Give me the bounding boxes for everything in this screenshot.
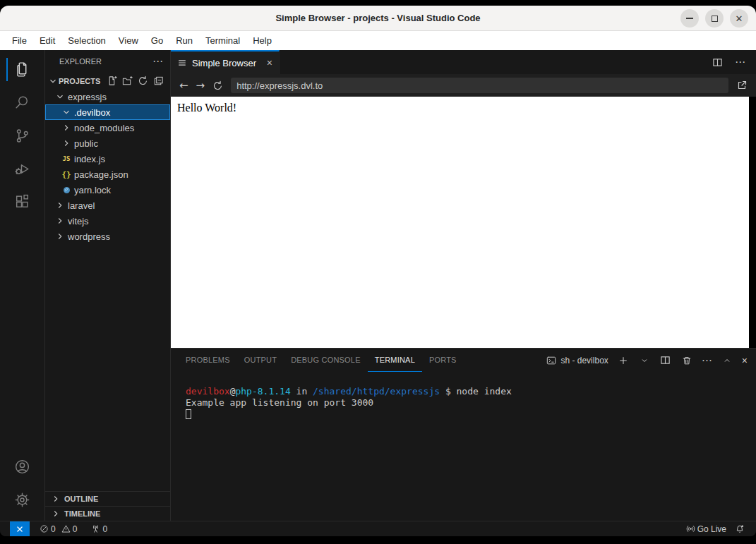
remote-icon (15, 524, 25, 534)
new-folder-icon[interactable] (121, 75, 133, 87)
bottom-panel: PROBLEMS OUTPUT DEBUG CONSOLE TERMINAL P… (171, 348, 756, 521)
maximize-panel-icon[interactable] (721, 354, 733, 367)
tree-item-devilbox[interactable]: .devilbox (45, 104, 170, 120)
source-control-icon (13, 127, 31, 145)
maximize-button[interactable] (705, 9, 724, 28)
json-file-icon: {} (61, 170, 72, 179)
kill-terminal-icon[interactable] (680, 354, 693, 367)
menu-selection[interactable]: Selection (61, 33, 112, 48)
tree-item-laravel[interactable]: laravel (45, 198, 170, 213)
back-arrow-icon[interactable]: ← (179, 79, 188, 92)
new-file-icon[interactable] (105, 75, 118, 87)
editor-area: Simple Browser × ⋯ ← → (171, 50, 756, 521)
menu-bar: File Edit Selection View Go Run Terminal… (0, 31, 756, 50)
close-button[interactable]: ✕ (730, 9, 748, 28)
tree-item-package-json[interactable]: {} package.json (45, 167, 170, 182)
menu-view[interactable]: View (112, 33, 145, 48)
panel-tab-problems[interactable]: PROBLEMS (179, 349, 237, 372)
projects-section-header[interactable]: PROJECTS (45, 73, 170, 89)
yarn-file-icon (61, 186, 72, 195)
go-live-button[interactable]: Go Live (682, 521, 731, 537)
timeline-section[interactable]: TIMELINE (45, 506, 170, 521)
bell-dot-icon (735, 524, 745, 534)
projects-section-label: PROJECTS (59, 77, 100, 85)
scrollbar-track[interactable] (749, 97, 756, 348)
menu-run[interactable]: Run (169, 33, 199, 48)
tree-item-vitejs[interactable]: vitejs (45, 213, 170, 229)
notifications-button[interactable] (731, 521, 749, 537)
ports-status[interactable]: 0 (87, 521, 112, 537)
window-controls: ✕ (680, 9, 748, 28)
tab-simple-browser[interactable]: Simple Browser × (171, 50, 280, 74)
extensions-icon (13, 193, 31, 211)
tree-item-node-modules[interactable]: node_modules (45, 120, 170, 135)
chevron-down-icon (47, 76, 59, 86)
tree-item-label: vitejs (68, 216, 89, 226)
chevron-right-icon (50, 509, 61, 519)
panel-tab-debug-console[interactable]: DEBUG CONSOLE (284, 349, 368, 372)
chevron-right-icon (54, 200, 66, 210)
tree-item-label: laravel (68, 200, 95, 211)
forward-arrow-icon[interactable]: → (196, 79, 205, 92)
tree-item-public[interactable]: public (45, 135, 170, 151)
editor-more-actions-icon[interactable]: ⋯ (735, 56, 745, 68)
terminal-dropdown-icon[interactable] (638, 354, 651, 367)
refresh-icon[interactable] (136, 75, 149, 87)
panel-tab-output[interactable]: OUTPUT (237, 349, 284, 372)
panel-tab-terminal[interactable]: TERMINAL (368, 349, 422, 372)
chevron-down-icon (54, 92, 66, 102)
split-terminal-icon[interactable] (659, 354, 672, 367)
activity-bar (0, 50, 45, 521)
chevron-right-icon (50, 494, 61, 504)
problems-status[interactable]: 0 0 (35, 521, 81, 537)
panel-more-actions-icon[interactable]: ⋯ (702, 354, 712, 367)
radio-tower-icon (91, 524, 100, 533)
remote-indicator[interactable] (10, 521, 30, 537)
open-external-icon[interactable] (736, 80, 748, 91)
tree-item-wordpress[interactable]: wordpress (45, 229, 170, 244)
reload-icon[interactable] (212, 80, 223, 91)
warning-count: 0 (73, 524, 78, 534)
close-panel-icon[interactable]: × (742, 355, 748, 366)
split-editor-icon[interactable] (711, 56, 724, 68)
tree-item-yarn-lock[interactable]: yarn.lock (45, 182, 170, 198)
error-count: 0 (51, 524, 56, 534)
tree-item-label: expressjs (68, 92, 107, 102)
outline-section[interactable]: OUTLINE (45, 491, 170, 506)
menu-file[interactable]: File (6, 33, 33, 48)
chevron-right-icon (61, 123, 72, 133)
url-input[interactable] (231, 78, 728, 93)
js-file-icon: JS (61, 155, 72, 162)
activity-run-debug[interactable] (0, 152, 44, 186)
tree-item-index-js[interactable]: JS index.js (45, 151, 170, 167)
terminal-cursor (186, 409, 191, 419)
new-terminal-icon[interactable] (617, 354, 630, 367)
tab-close-icon[interactable]: × (267, 57, 272, 68)
timeline-label: TIMELINE (64, 509, 100, 518)
menu-go[interactable]: Go (145, 33, 169, 48)
terminal-profile[interactable]: sh - devilbox (546, 356, 608, 365)
minimize-icon (686, 18, 693, 19)
activity-accounts[interactable] (0, 450, 44, 483)
title-bar[interactable]: Simple Browser - projects - Visual Studi… (0, 6, 756, 31)
vscode-window: Simple Browser - projects - Visual Studi… (0, 6, 756, 536)
panel-tab-ports[interactable]: PORTS (422, 349, 464, 372)
tree-item-label: .devilbox (74, 107, 110, 118)
activity-source-control[interactable] (0, 119, 44, 152)
explorer-more-actions-icon[interactable]: ⋯ (152, 55, 163, 68)
chevron-right-icon (54, 231, 66, 241)
menu-edit[interactable]: Edit (33, 33, 61, 48)
chevron-right-icon (54, 216, 66, 226)
terminal-output[interactable]: devilbox@php-8.1.14 in /shared/httpd/exp… (171, 372, 756, 521)
minimize-button[interactable] (680, 9, 699, 28)
activity-explorer[interactable] (0, 53, 44, 86)
menu-help[interactable]: Help (246, 33, 278, 48)
tree-item-label: package.json (74, 169, 128, 180)
menu-terminal[interactable]: Terminal (199, 33, 246, 48)
activity-search[interactable] (0, 86, 44, 119)
collapse-all-icon[interactable] (152, 75, 164, 87)
activity-settings[interactable] (0, 483, 44, 516)
terminal-line: Example app listening on port 3000 (186, 397, 756, 409)
tree-item-expressjs[interactable]: expressjs (45, 89, 170, 104)
activity-extensions[interactable] (0, 186, 44, 219)
